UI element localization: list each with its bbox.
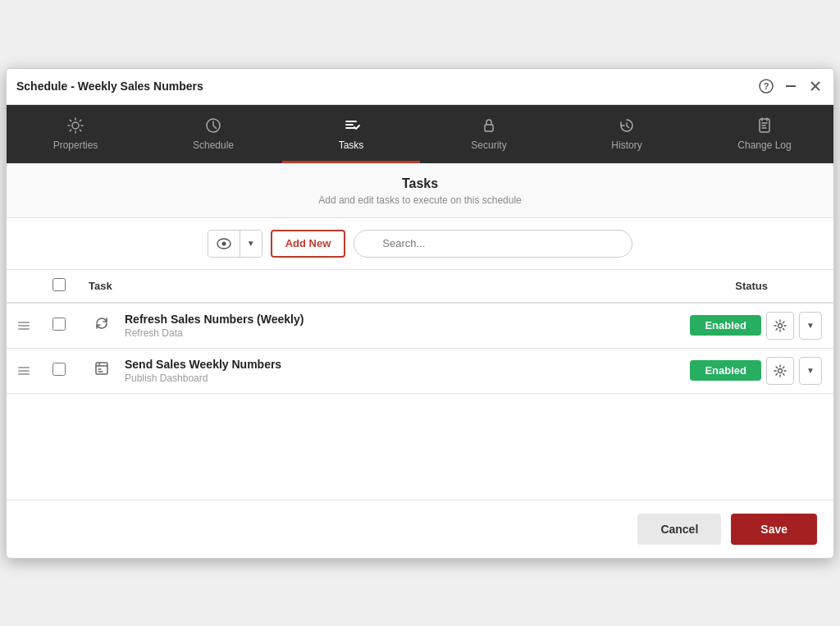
tab-tasks[interactable]: Tasks <box>282 105 420 163</box>
task-text: Refresh Sales Numbers (Weekly) Refresh D… <box>125 313 304 339</box>
nav-tabs: Properties Schedule Tasks <box>7 105 833 163</box>
main-window: Schedule - Weekly Sales Numbers ? <box>6 68 834 559</box>
toolbar: ▼ Add New <box>7 218 833 270</box>
search-wrapper <box>354 230 632 258</box>
status-actions: Enabled ▼ <box>547 357 822 385</box>
cancel-button[interactable]: Cancel <box>637 514 721 545</box>
minimize-icon[interactable] <box>783 78 799 94</box>
svg-point-5 <box>72 122 79 129</box>
table-row: Refresh Sales Numbers (Weekly) Refresh D… <box>7 303 833 349</box>
svg-rect-14 <box>96 363 107 374</box>
window-controls: ? <box>758 78 824 94</box>
task-name: Send Sales Weekly Numbers <box>125 358 281 371</box>
svg-text:?: ? <box>764 81 769 91</box>
help-icon[interactable]: ? <box>758 78 774 94</box>
tab-history-label: History <box>611 139 641 151</box>
task-info: Send Sales Weekly Numbers Publish Dashbo… <box>89 358 524 384</box>
task-cell: Send Sales Weekly Numbers Publish Dashbo… <box>77 348 536 393</box>
row-dropdown-button[interactable]: ▼ <box>799 312 822 340</box>
tab-change-log-label: Change Log <box>737 139 791 151</box>
section-header: Tasks Add and edit tasks to execute on t… <box>7 163 833 218</box>
footer: Cancel Save <box>7 500 833 558</box>
tasks-icon <box>342 117 360 135</box>
tab-change-log[interactable]: Change Log <box>696 105 833 163</box>
visibility-button-group: ▼ <box>208 230 262 258</box>
status-badge: Enabled <box>690 360 761 381</box>
schedule-icon <box>204 117 222 135</box>
section-title: Tasks <box>7 176 833 191</box>
change-log-icon <box>756 117 774 135</box>
close-icon[interactable] <box>807 78 824 94</box>
tasks-table: Task Status <box>7 270 833 394</box>
tab-properties[interactable]: Properties <box>7 105 144 163</box>
task-cell: Refresh Sales Numbers (Weekly) Refresh D… <box>77 303 536 349</box>
tab-properties-label: Properties <box>53 139 98 151</box>
save-button[interactable]: Save <box>731 514 817 545</box>
window-title: Schedule - Weekly Sales Numbers <box>16 80 203 93</box>
checkbox-cell <box>41 303 77 349</box>
svg-rect-7 <box>485 125 493 131</box>
gear-button[interactable] <box>766 357 794 385</box>
properties-icon <box>66 117 84 135</box>
col-checkbox <box>41 270 77 303</box>
section-subtitle: Add and edit tasks to execute on this sc… <box>7 194 833 206</box>
col-drag <box>7 270 41 303</box>
visibility-dropdown-button[interactable]: ▼ <box>240 231 262 257</box>
task-subname: Publish Dashboard <box>125 372 281 384</box>
row-checkbox[interactable] <box>52 363 66 376</box>
row-dropdown-button[interactable]: ▼ <box>799 357 822 385</box>
content-area: ▼ Add New <box>7 218 833 500</box>
drag-cell <box>7 348 41 393</box>
history-icon <box>618 117 636 135</box>
tab-security[interactable]: Security <box>420 105 558 163</box>
task-name: Refresh Sales Numbers (Weekly) <box>125 313 304 326</box>
publish-icon <box>89 360 115 381</box>
visibility-button[interactable] <box>208 231 240 257</box>
col-task-header: Task <box>77 270 536 303</box>
add-new-button[interactable]: Add New <box>271 230 346 258</box>
svg-point-13 <box>778 323 783 327</box>
table-row: Send Sales Weekly Numbers Publish Dashbo… <box>7 348 833 393</box>
checkbox-cell <box>41 348 77 393</box>
gear-button[interactable] <box>766 312 794 340</box>
tab-schedule[interactable]: Schedule <box>144 105 282 163</box>
status-badge: Enabled <box>690 315 761 336</box>
svg-point-10 <box>221 241 226 245</box>
col-status-header: Status <box>536 270 833 303</box>
tab-security-label: Security <box>471 139 506 151</box>
task-text: Send Sales Weekly Numbers Publish Dashbo… <box>125 358 281 384</box>
status-actions: Enabled ▼ <box>547 312 822 340</box>
svg-rect-2 <box>786 85 796 87</box>
title-bar: Schedule - Weekly Sales Numbers ? <box>7 69 833 105</box>
tab-history[interactable]: History <box>558 105 696 163</box>
tab-tasks-label: Tasks <box>339 139 364 151</box>
task-subname: Refresh Data <box>125 327 304 339</box>
refresh-icon <box>89 315 115 336</box>
select-all-checkbox[interactable] <box>52 278 66 291</box>
task-info: Refresh Sales Numbers (Weekly) Refresh D… <box>89 313 524 339</box>
svg-point-15 <box>778 368 783 372</box>
tasks-table-area: Task Status <box>7 270 833 500</box>
drag-handle[interactable] <box>18 322 30 330</box>
drag-handle[interactable] <box>18 367 30 375</box>
security-icon <box>480 117 498 135</box>
search-input[interactable] <box>354 230 632 258</box>
drag-cell <box>7 303 41 349</box>
status-cell: Enabled ▼ <box>536 348 833 393</box>
tab-schedule-label: Schedule <box>193 139 234 151</box>
row-checkbox[interactable] <box>52 318 66 331</box>
status-cell: Enabled ▼ <box>536 303 833 349</box>
